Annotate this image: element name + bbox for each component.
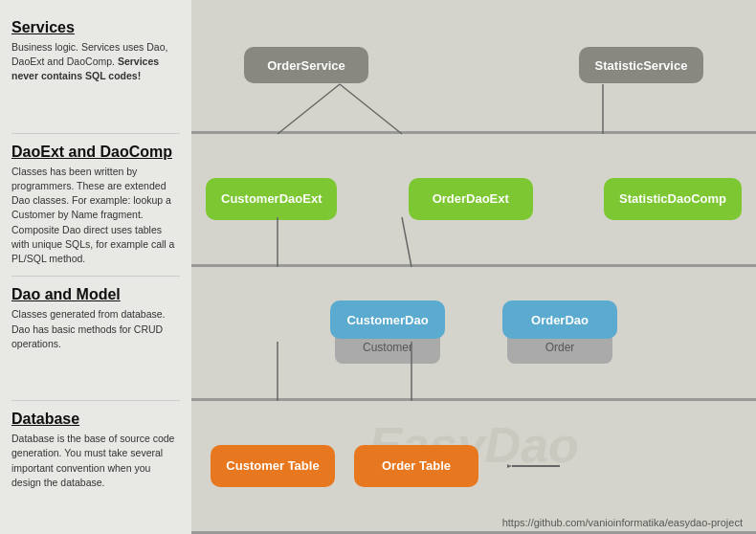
statistic-service-box: StatisticService xyxy=(579,47,703,83)
sidebar-services-title: Services xyxy=(11,19,180,36)
sidebar-section-database: Database Database is the base of source … xyxy=(11,401,180,524)
customer-table-box: Customer Table xyxy=(211,445,335,487)
sidebar-daoext-text: Classes has been written by programmers.… xyxy=(11,165,180,267)
dao-model-pairs: CustomerDao Customer OrderDao Order xyxy=(191,291,756,373)
content-area: OrderService StatisticService CustomerDa… xyxy=(191,0,756,534)
database-boxes: Customer Table Order Table xyxy=(191,445,756,487)
order-table-box: Order Table xyxy=(354,445,478,487)
sidebar-section-dao-model: Dao and Model Classes generated from dat… xyxy=(11,277,180,401)
sidebar-section-daoext: DaoExt and DaoComp Classes has been writ… xyxy=(11,134,180,278)
services-row: OrderService StatisticService xyxy=(191,0,756,134)
order-service-box: OrderService xyxy=(244,47,368,83)
customer-dao-box: CustomerDao xyxy=(330,300,445,339)
customer-dao-wrapper: CustomerDao xyxy=(330,300,445,339)
sidebar-database-text: Database is the base of source code gene… xyxy=(11,432,180,490)
order-dao-wrapper: OrderDao xyxy=(502,300,617,339)
order-dao-ext-box: OrderDaoExt xyxy=(409,178,533,220)
sidebar-database-title: Database xyxy=(11,411,180,428)
statistic-dao-comp-box: StatisticDaoComp xyxy=(604,178,742,220)
main-container: Services Business logic. Services uses D… xyxy=(0,0,756,534)
sidebar-daoext-title: DaoExt and DaoComp xyxy=(11,144,180,161)
order-dao-pair: OrderDao Order xyxy=(502,300,617,364)
left-arrow-svg xyxy=(507,452,565,480)
daoext-boxes: CustomerDaoExt OrderDaoExt StatisticDaoC… xyxy=(191,178,756,220)
daoext-row: CustomerDaoExt OrderDaoExt StatisticDaoC… xyxy=(191,134,756,268)
customer-dao-ext-box: CustomerDaoExt xyxy=(206,178,337,220)
sidebar: Services Business logic. Services uses D… xyxy=(0,0,191,534)
dao-model-row: CustomerDao Customer OrderDao Order xyxy=(191,267,756,401)
sidebar-dao-model-title: Dao and Model xyxy=(11,286,180,303)
sidebar-services-text: Business logic. Services uses Dao, DaoEx… xyxy=(11,40,180,84)
bottom-url: https://github.com/vanioinformatika/easy… xyxy=(502,517,743,528)
sidebar-dao-model-text: Classes generated from database. Dao has… xyxy=(11,307,180,351)
database-row: EasyDao Customer Table Order Table xyxy=(191,401,756,535)
order-dao-box: OrderDao xyxy=(502,300,617,339)
sidebar-section-services: Services Business logic. Services uses D… xyxy=(11,10,180,134)
customer-dao-pair: CustomerDao Customer xyxy=(330,300,445,364)
services-boxes: OrderService StatisticService xyxy=(191,47,756,83)
